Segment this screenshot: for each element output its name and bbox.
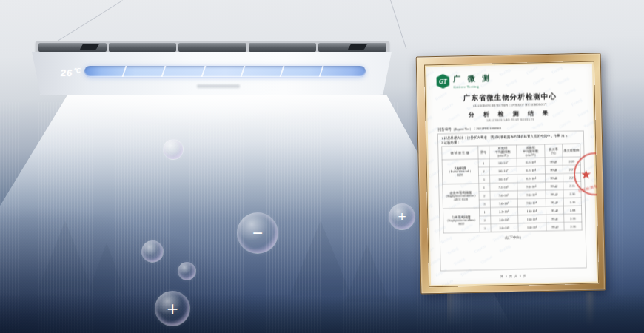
microbe-strain: ATCC 6538 — [443, 198, 478, 202]
header-cell: 杀灭率 (%) — [544, 144, 563, 158]
header-cell: 序号 — [477, 146, 489, 159]
header-cell: 测 试 微 生 物 — [441, 146, 477, 160]
vent-slot — [178, 43, 246, 52]
cell-test: 8.2×10⁴ — [517, 158, 545, 166]
bubble — [163, 139, 184, 160]
microbe-strain: 8099 — [443, 173, 477, 178]
cell-test: 8.2×10⁴ — [517, 174, 546, 183]
cell-control: 1.6×10⁷ — [489, 158, 517, 167]
cell-test: 9.6×10⁴ — [517, 182, 546, 191]
scene: 26℃ − + + Gmicro Testing Gmicro Testing … — [0, 0, 644, 333]
cell-test: 1.6×10⁴ — [517, 206, 546, 215]
cell-rate: 99.42 — [546, 222, 564, 231]
cell-rate: 99.42 — [545, 189, 563, 198]
microbe-name: 金黄色葡萄球菌 （Staphylococcus aureus） ATCC 653… — [443, 184, 479, 209]
header-cell: 对照组 平均菌落数 (cfu/片) — [489, 145, 517, 158]
cell-control: 2.6×10⁶ — [490, 223, 518, 232]
cell-test: 8.2×10⁴ — [517, 166, 545, 175]
outlet-vane — [161, 66, 167, 77]
bubble-plus: + — [155, 291, 190, 326]
cell-rate: 99.42 — [546, 198, 564, 206]
temperature-value: 26 — [60, 67, 73, 78]
cell-test: 1.6×10⁴ — [518, 215, 546, 223]
below-table-note: （以下空白） — [443, 233, 583, 240]
cell-seq: 2 — [478, 191, 489, 199]
stamp-text: 分析检测专用章 — [577, 181, 599, 194]
cell-rate: 99.46 — [545, 165, 563, 174]
cell-seq: 2 — [479, 215, 490, 223]
cell-log: 2.16 — [564, 222, 583, 231]
ac-air-outlet — [84, 66, 366, 77]
cell-rate: 99.46 — [545, 173, 563, 182]
lab-logo: GT 广 微 测 Gmicro Testing — [436, 71, 594, 89]
outlet-vane — [122, 66, 127, 77]
cell-control: 1.6×10⁷ — [489, 166, 517, 175]
temperature-unit: ℃ — [73, 67, 81, 74]
cell-rate: 99.41 — [546, 214, 564, 223]
air-conditioner: 26℃ — [30, 40, 394, 117]
bubble-minus: − — [237, 212, 278, 254]
cell-control: 7.6×10⁶ — [489, 191, 517, 200]
ac-top-vent — [36, 41, 389, 53]
certificate-paper: Gmicro Testing Gmicro Testing Gmicro Tes… — [424, 61, 599, 288]
ac-temperature-display: 26℃ — [60, 67, 81, 78]
outlet-vane — [280, 66, 285, 77]
vent-fin — [80, 44, 100, 50]
vent-fin — [348, 44, 368, 50]
ac-body: 26℃ — [30, 52, 394, 95]
outlet-vane — [201, 66, 206, 77]
certificate-reflection — [447, 292, 601, 333]
cell-test: 9.6×10⁴ — [517, 198, 546, 207]
cell-rate: 99.42 — [545, 181, 563, 190]
cell-control: 7.6×10⁶ — [490, 199, 518, 208]
cell-rate: 99.49 — [545, 157, 563, 166]
gt-logo-icon: GT — [436, 74, 449, 89]
cell-control: 7.2×10⁶ — [489, 183, 517, 192]
bubble — [178, 262, 196, 280]
cell-seq: 3 — [478, 175, 489, 183]
header-cell: 杀灭对数值 — [563, 144, 581, 157]
microbe-name: 大肠杆菌 （Escherichia coli） 8099 — [442, 159, 478, 184]
lab-logo-name-cn: 广 微 测 — [453, 73, 492, 84]
vent-slot — [109, 43, 177, 52]
plus-icon: + — [155, 292, 189, 326]
cell-test: 1.6×10⁴ — [518, 223, 546, 232]
cell-control: 2.2×10⁶ — [490, 207, 518, 216]
cell-seq: 2 — [478, 166, 489, 175]
lab-logo-name-en: Gmicro Testing — [453, 84, 492, 89]
cell-control: 2.6×10⁶ — [490, 215, 518, 224]
cell-rate: 99.42 — [546, 206, 564, 215]
cell-log: 2.16 — [564, 214, 583, 223]
cell-test: 9.6×10⁴ — [517, 190, 546, 199]
minus-icon: − — [238, 213, 278, 253]
plus-icon: + — [389, 204, 415, 229]
cell-seq: 3 — [479, 199, 490, 207]
star-icon: ★ — [580, 166, 592, 181]
cell-log: 2.08 — [563, 206, 582, 215]
ac-brand-mark — [197, 84, 240, 88]
outlet-vane — [240, 66, 245, 77]
cell-seq: 1 — [478, 183, 489, 191]
cell-log: 2.16 — [563, 198, 582, 206]
bubble — [141, 240, 164, 263]
microbe-strain: 8032 — [443, 222, 478, 226]
cell-seq: 3 — [479, 223, 490, 232]
vent-slot — [249, 43, 317, 52]
cell-seq: 1 — [478, 158, 489, 166]
cell-seq: 1 — [479, 207, 490, 215]
report-body: 1.样品处理方法：按委托方要求，测试时将载菌布片随样机置入密闭空间中，作用 24… — [437, 130, 586, 271]
certificate-frame: Gmicro Testing Gmicro Testing Gmicro Tes… — [416, 53, 606, 294]
certificate-content: Gmicro Testing Gmicro Testing Gmicro Tes… — [424, 61, 599, 288]
bubble-plus: + — [389, 204, 415, 230]
cell-control: 1.6×10⁷ — [489, 175, 517, 184]
header-cell: 试验组 平均菌落数 (cfu/片) — [517, 144, 545, 158]
page-footer: 第 5 页 共 6 页 — [429, 272, 599, 280]
microbe-name: 白色葡萄球菌 （Staphylococcus albus） 8032 — [443, 208, 479, 233]
outlet-vane — [319, 66, 324, 77]
test-results-table: 测 试 微 生 物 序号 对照组 平均菌落数 (cfu/片) 试验组 平均菌落数… — [441, 144, 582, 233]
